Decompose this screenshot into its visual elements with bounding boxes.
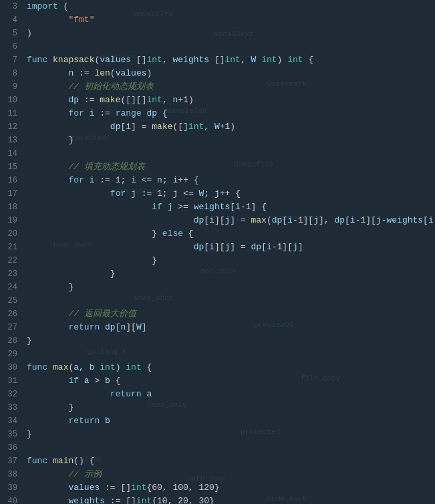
line-content: // 示例 xyxy=(24,468,435,481)
code-line: 18 if j >= weights[i-1] { xyxy=(0,201,435,214)
line-number: 30 xyxy=(0,361,24,374)
line-number: 18 xyxy=(0,201,24,214)
line-number: 19 xyxy=(0,214,24,227)
line-number: 10 xyxy=(0,94,24,107)
line-content: for i := 1; i <= n; i++ { xyxy=(24,174,435,187)
code-line: 22 } xyxy=(0,254,435,267)
code-line: 19 dp[i][j] = max(dp[i-1][j], dp[i-1][j-… xyxy=(0,214,435,227)
code-line: 37func main() { xyxy=(0,455,435,468)
line-content: return a xyxy=(24,388,435,401)
code-line: 33 } xyxy=(0,401,435,414)
code-line: 9 // 初始化动态规划表 xyxy=(0,80,435,94)
line-number: 13 xyxy=(0,134,24,147)
line-number: 4 xyxy=(0,13,24,27)
line-content: values := []int{60, 100, 120} xyxy=(24,481,435,495)
line-content: } xyxy=(24,334,435,348)
line-number: 22 xyxy=(0,254,24,267)
line-content: dp := make([][]int, n+1) xyxy=(24,94,435,107)
code-line: 3import ( xyxy=(0,0,435,13)
code-line: 11 for i := range dp { xyxy=(0,107,435,120)
code-line: 4 "fmt" xyxy=(0,13,435,27)
line-content: "fmt" xyxy=(24,13,435,27)
line-content: } xyxy=(24,134,435,147)
code-line: 7func knapsack(values []int, weights []i… xyxy=(0,53,435,67)
line-content: if j >= weights[i-1] { xyxy=(24,201,435,214)
line-content: func main() { xyxy=(24,455,435,468)
line-content: } xyxy=(24,281,435,294)
line-content: for j := 1; j <= W; j++ { xyxy=(24,187,435,201)
line-number: 11 xyxy=(0,107,24,120)
line-content: dp[i] = make([]int, W+1) xyxy=(24,120,435,134)
code-line: 35} xyxy=(0,428,435,441)
code-line: 40 weights := []int{10, 20, 30} xyxy=(0,495,435,504)
line-number: 23 xyxy=(0,267,24,281)
line-number: 24 xyxy=(0,281,24,294)
line-content: } xyxy=(24,428,435,441)
line-number: 29 xyxy=(0,348,24,361)
line-content: // 初始化动态规划表 xyxy=(24,80,435,94)
line-content: for i := range dp { xyxy=(24,107,435,120)
code-line: 20 } else { xyxy=(0,227,435,241)
code-line: 27 return dp[n][W] xyxy=(0,321,435,334)
line-number: 33 xyxy=(0,401,24,414)
line-content: dp[i][j] = max(dp[i-1][j], dp[i-1][j-wei… xyxy=(24,214,435,227)
code-line: 10 dp := make([][]int, n+1) xyxy=(0,94,435,107)
line-content: // 返回最大价值 xyxy=(24,307,435,321)
code-line: 36 xyxy=(0,441,435,455)
line-number: 8 xyxy=(0,67,24,80)
line-content: return b xyxy=(24,414,435,428)
line-number: 32 xyxy=(0,388,24,401)
line-number: 35 xyxy=(0,428,24,441)
line-number: 5 xyxy=(0,27,24,40)
line-content: } xyxy=(24,401,435,414)
code-line: 24 } xyxy=(0,281,435,294)
code-line: 23 } xyxy=(0,267,435,281)
code-line: 5) xyxy=(0,27,435,40)
code-line: 25 xyxy=(0,294,435,307)
line-number: 27 xyxy=(0,321,24,334)
line-number: 7 xyxy=(0,53,24,67)
code-line: 17 for j := 1; j <= W; j++ { xyxy=(0,187,435,201)
code-line: 21 dp[i][j] = dp[i-1][j] xyxy=(0,241,435,254)
code-line: 32 return a xyxy=(0,388,435,401)
line-content: return dp[n][W] xyxy=(24,321,435,334)
line-content: // 填充动态规划表 xyxy=(24,160,435,174)
code-line: 6 xyxy=(0,40,435,53)
line-number: 37 xyxy=(0,455,24,468)
line-content: ) xyxy=(24,27,435,40)
line-number: 26 xyxy=(0,307,24,321)
code-line: 15 // 填充动态规划表 xyxy=(0,160,435,174)
line-number: 38 xyxy=(0,468,24,481)
line-number: 40 xyxy=(0,495,24,504)
code-editor: 3import (4 "fmt"5)67func knapsack(values… xyxy=(0,0,435,504)
line-number: 28 xyxy=(0,334,24,348)
line-content: } xyxy=(24,267,435,281)
code-line: 30func max(a, b int) int { xyxy=(0,361,435,374)
line-content: } xyxy=(24,254,435,267)
code-line: 39 values := []int{60, 100, 120} xyxy=(0,481,435,495)
line-number: 15 xyxy=(0,160,24,174)
line-content: func knapsack(values []int, weights []in… xyxy=(24,53,435,67)
line-content: if a > b { xyxy=(24,374,435,388)
line-number: 31 xyxy=(0,374,24,388)
code-line: 34 return b xyxy=(0,414,435,428)
line-number: 36 xyxy=(0,441,24,455)
code-line: 26 // 返回最大价值 xyxy=(0,307,435,321)
line-content: n := len(values) xyxy=(24,67,435,80)
line-number: 12 xyxy=(0,120,24,134)
code-line: 8 n := len(values) xyxy=(0,67,435,80)
line-number: 20 xyxy=(0,227,24,241)
line-number: 25 xyxy=(0,294,24,307)
code-line: 14 xyxy=(0,147,435,160)
code-line: 28} xyxy=(0,334,435,348)
line-number: 17 xyxy=(0,187,24,201)
code-line: 38 // 示例 xyxy=(0,468,435,481)
line-number: 3 xyxy=(0,0,24,13)
line-number: 21 xyxy=(0,241,24,254)
line-number: 34 xyxy=(0,414,24,428)
code-line: 12 dp[i] = make([]int, W+1) xyxy=(0,120,435,134)
line-number: 6 xyxy=(0,40,24,53)
line-content: } else { xyxy=(24,227,435,241)
code-line: 29 xyxy=(0,348,435,361)
line-number: 9 xyxy=(0,80,24,94)
